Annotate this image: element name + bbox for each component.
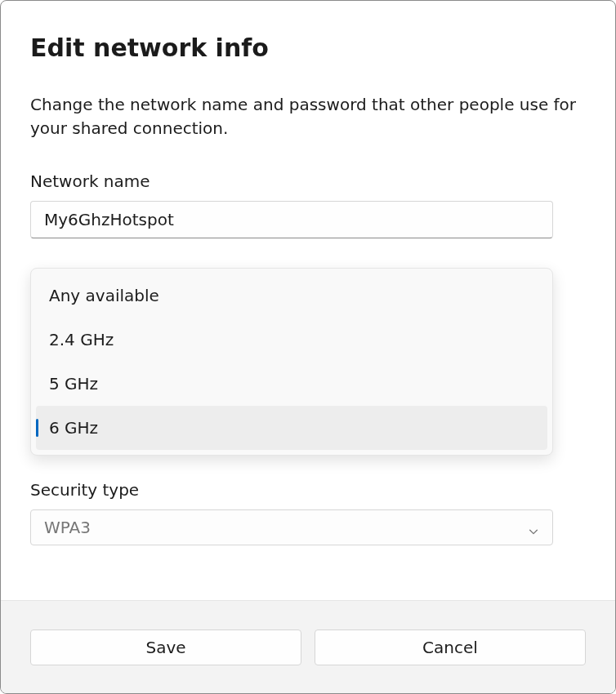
cancel-button[interactable]: Cancel: [315, 629, 586, 665]
band-option-label: 2.4 GHz: [49, 330, 114, 349]
security-type-combo[interactable]: WPA3: [30, 509, 553, 545]
security-type-field: Security type WPA3: [30, 480, 586, 545]
dialog-content: Edit network info Change the network nam…: [1, 1, 615, 600]
security-type-label: Security type: [30, 480, 586, 500]
edit-network-dialog: Edit network info Change the network nam…: [0, 0, 616, 694]
chevron-down-icon: [528, 522, 539, 533]
band-option-label: Any available: [49, 286, 159, 305]
network-name-field: Network name: [30, 171, 586, 238]
security-type-value: WPA3: [44, 518, 91, 537]
network-name-label: Network name: [30, 171, 586, 191]
dialog-title: Edit network info: [30, 33, 586, 62]
band-option-label: 5 GHz: [49, 374, 98, 394]
dialog-footer: Save Cancel: [1, 600, 615, 693]
band-option-2-4ghz[interactable]: 2.4 GHz: [36, 318, 547, 362]
save-button[interactable]: Save: [30, 629, 301, 665]
band-option-any-available[interactable]: Any available: [36, 274, 547, 318]
network-band-dropdown[interactable]: Any available 2.4 GHz 5 GHz 6 GHz: [30, 268, 553, 456]
band-option-6ghz[interactable]: 6 GHz: [36, 406, 547, 450]
network-name-input[interactable]: [30, 201, 553, 238]
band-option-label: 6 GHz: [49, 418, 98, 438]
dialog-description: Change the network name and password tha…: [30, 93, 586, 140]
band-option-5ghz[interactable]: 5 GHz: [36, 362, 547, 406]
